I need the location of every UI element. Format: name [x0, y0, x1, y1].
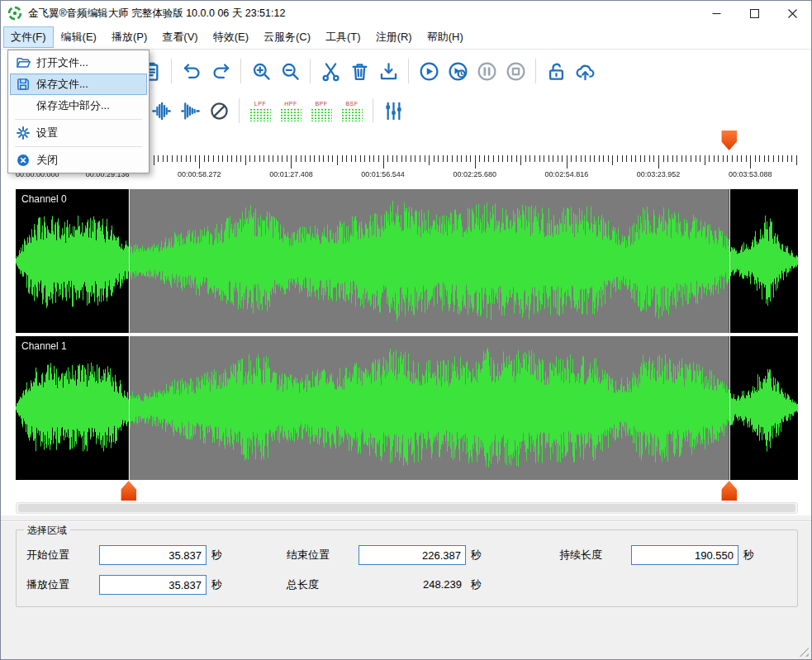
waveform-view-button[interactable] [148, 96, 174, 126]
menu-play[interactable]: 播放(P) [104, 26, 154, 48]
channel-0[interactable]: Channel 0 [16, 189, 798, 333]
toolbar-separator [171, 59, 172, 83]
bottom-panel: 选择区域 开始位置 秒 结束位置 秒 持续长度 秒 播放位置 秒 总长度 248… [1, 515, 811, 659]
panel-separator [1, 520, 811, 522]
end-position-input[interactable] [359, 545, 466, 565]
scrollbar-thumb[interactable] [18, 504, 795, 512]
maximize-button[interactable] [735, 1, 773, 26]
play-timer-icon [448, 61, 468, 82]
waveform-display[interactable]: Channel 0 Channel 1 [16, 189, 798, 480]
bsf-filter-button[interactable]: BSF [338, 96, 366, 126]
mute-button[interactable] [206, 96, 232, 126]
zoom-in-button[interactable] [248, 56, 274, 86]
menu-item-open-file[interactable]: 打开文件... [10, 52, 147, 74]
play-timer-button[interactable] [444, 56, 471, 86]
menu-item-label: 关闭 [36, 153, 58, 168]
menu-item-save-file[interactable]: 保存文件... [10, 74, 147, 95]
menu-file[interactable]: 文件(F) [3, 26, 54, 48]
equalizer-button[interactable] [380, 96, 406, 126]
undo-button[interactable] [178, 56, 205, 86]
horizontal-scrollbar[interactable] [16, 502, 798, 514]
menu-edit[interactable]: 编辑(E) [54, 26, 104, 48]
ruler-time-label: 00:00:58.272 [178, 170, 221, 178]
cloud-upload-button[interactable] [572, 56, 598, 86]
window-title: 金飞翼®音频编辑大师 完整体验版 10.0.0 06 天 23:51:12 [28, 7, 285, 21]
menu-help[interactable]: 帮助(H) [420, 26, 471, 48]
menu-separator [15, 119, 142, 120]
pause-icon [477, 61, 497, 82]
menu-item-close[interactable]: 关闭 [10, 150, 147, 171]
unlock-button[interactable] [543, 56, 569, 86]
close-circle-icon [13, 153, 33, 168]
playhead-marker[interactable] [721, 131, 737, 150]
menu-item-label: 设置 [36, 126, 58, 140]
delete-button[interactable] [346, 56, 373, 86]
file-menu-dropdown: 打开文件... 保存文件... 保存选中部分... 设置 关闭 [7, 50, 150, 173]
total-length-unit: 秒 [471, 575, 482, 595]
play-position-unit: 秒 [211, 575, 222, 595]
ruler-time-label: 00:01:27.408 [269, 170, 313, 178]
undo-icon [182, 61, 202, 82]
minimize-icon [712, 9, 721, 18]
play-button[interactable] [415, 56, 442, 86]
lpf-filter-button[interactable]: LPF [246, 96, 274, 126]
cut-button[interactable] [317, 56, 344, 86]
menu-view[interactable]: 查看(V) [154, 26, 205, 48]
import-icon [378, 61, 399, 82]
menu-cloud[interactable]: 云服务(C) [256, 26, 318, 48]
end-position-unit: 秒 [471, 545, 482, 565]
selection-end-marker[interactable] [721, 481, 737, 501]
total-length-value: 248.239 [359, 575, 466, 595]
pause-button[interactable] [473, 56, 500, 86]
menu-register[interactable]: 注册(R) [368, 26, 420, 48]
selection-row-2: 播放位置 秒 总长度 248.239 秒 [17, 575, 797, 595]
lpf-filter-label: LPF [254, 101, 266, 107]
menu-item-label: 保存选中部分... [36, 98, 110, 113]
menu-item-save-selection[interactable]: 保存选中部分... [10, 95, 147, 116]
import-button[interactable] [375, 56, 401, 86]
duration-unit: 秒 [743, 545, 754, 565]
start-position-unit: 秒 [211, 545, 222, 565]
redo-icon [211, 61, 231, 82]
close-button[interactable] [773, 1, 811, 26]
stop-button[interactable] [502, 56, 529, 86]
play-position-input[interactable] [99, 575, 207, 595]
play-icon [419, 61, 439, 82]
cut-icon [321, 61, 341, 82]
waveform-canvas-0 [16, 189, 798, 333]
toolbar-separator [310, 59, 311, 83]
channel-label: Channel 0 [21, 193, 67, 205]
selection-marker-track [16, 480, 798, 501]
cloud-upload-icon [575, 61, 596, 82]
end-position-label: 结束位置 [287, 545, 330, 565]
equalizer-icon [383, 101, 404, 121]
start-position-input[interactable] [99, 545, 207, 565]
selection-row-1: 开始位置 秒 结束位置 秒 持续长度 秒 [17, 545, 797, 565]
duration-input[interactable] [631, 545, 738, 565]
toolbar-separator [408, 59, 409, 83]
menu-bar: 文件(F) 编辑(E) 播放(P) 查看(V) 特效(E) 云服务(C) 工具(… [1, 26, 811, 50]
trash-icon [349, 61, 370, 82]
toolbar-separator [373, 98, 373, 123]
bpf-filter-label: BPF [315, 101, 327, 107]
selection-start-marker[interactable] [121, 481, 136, 501]
menu-item-settings[interactable]: 设置 [10, 122, 147, 144]
ruler-time-label: 00:03:23.952 [637, 170, 681, 178]
hpf-filter-button[interactable]: HPF [277, 96, 305, 126]
menu-tools[interactable]: 工具(T) [318, 26, 368, 48]
channel-1[interactable]: Channel 1 [16, 336, 798, 480]
ruler-time-label: 00:03:53.088 [729, 170, 772, 178]
window-controls [697, 1, 811, 26]
mute-icon [209, 101, 230, 121]
menu-effects[interactable]: 特效(E) [206, 26, 256, 48]
folder-open-icon [13, 55, 33, 70]
zoom-out-button[interactable] [277, 56, 303, 86]
bpf-filter-button[interactable]: BPF [307, 96, 335, 126]
duration-label: 持续长度 [559, 545, 602, 565]
redo-button[interactable] [207, 56, 234, 86]
minimize-button[interactable] [697, 1, 735, 26]
lpf-filter-icon [249, 108, 271, 121]
ruler-time-label: 00:01:56.544 [361, 170, 405, 178]
play-position-label: 播放位置 [26, 575, 69, 595]
spectrum-view-button[interactable] [177, 96, 203, 126]
